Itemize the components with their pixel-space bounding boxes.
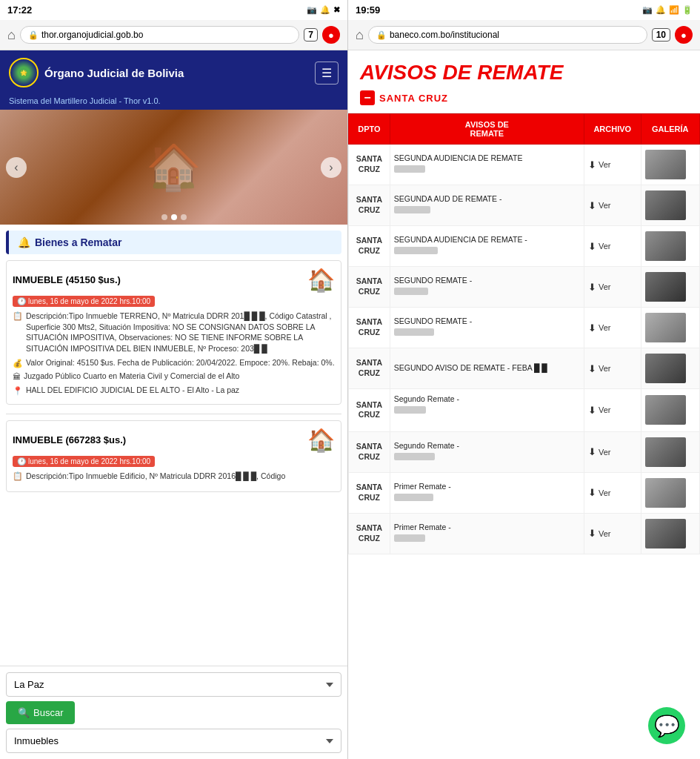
- galeria-cell[interactable]: [641, 185, 699, 226]
- archivo-cell[interactable]: ⬇ Ver: [584, 513, 641, 554]
- location-select[interactable]: La Paz Santa Cruz Cochabamba: [6, 672, 341, 697]
- ver-button[interactable]: ⬇ Ver: [588, 159, 637, 170]
- content-scroll[interactable]: INMUEBLE (45150 $us.) 🏠 🕐 lunes, 16 de m…: [0, 260, 347, 666]
- right-time: 19:59: [356, 4, 380, 16]
- download-icon: ⬇: [588, 446, 596, 457]
- table-container[interactable]: DPTO AVISOS DEREMATE ARCHIVO GALERÍA SAN…: [348, 113, 700, 759]
- carousel-prev-button[interactable]: ‹: [6, 157, 27, 178]
- thumbnail-image[interactable]: [645, 437, 686, 467]
- property-card-1: INMUEBLE (45150 $us.) 🏠 🕐 lunes, 16 de m…: [6, 260, 341, 405]
- site-logo: 🌟 Órgano Judicial de Bolivia: [9, 58, 184, 87]
- ver-button[interactable]: ⬇ Ver: [588, 405, 637, 416]
- property-1-desc-text: Descripción:Tipo Inmueble TERRENO, Nº Ma…: [26, 311, 335, 354]
- galeria-cell[interactable]: [641, 513, 699, 554]
- table-body: SANTACRUZ SEGUNDA AUDIENCIA DE REMATE █ …: [349, 145, 700, 554]
- galeria-cell[interactable]: [641, 226, 699, 267]
- left-panel: 17:22 📷 🔔 ✖ ⌂ 🔒 thor.organojudicial.gob.…: [0, 0, 348, 759]
- galeria-cell[interactable]: [641, 348, 699, 389]
- aviso-cell: SEGUNDA AUDIENCIA DE REMATE - █ █: [390, 226, 584, 267]
- ver-button[interactable]: ⬇ Ver: [588, 363, 637, 374]
- galeria-cell[interactable]: [641, 431, 699, 472]
- download-icon: ⬇: [588, 200, 596, 211]
- thumbnail-image[interactable]: [645, 150, 686, 179]
- carousel-dot-2[interactable]: [171, 214, 177, 220]
- right-status-bar: 19:59 📷 🔔 📶 🔋: [348, 0, 700, 20]
- ver-label: Ver: [599, 242, 611, 251]
- ver-button[interactable]: ⬇ Ver: [588, 322, 637, 334]
- ver-button[interactable]: ⬇ Ver: [588, 446, 637, 457]
- archivo-cell[interactable]: ⬇ Ver: [584, 431, 641, 472]
- court-icon-1: 🏛: [13, 371, 21, 383]
- carousel-dot-1[interactable]: [161, 214, 167, 220]
- left-browser-bar: ⌂ 🔒 thor.organojudicial.gob.bo 7 ●: [0, 20, 347, 50]
- right-lock-icon: 🔒: [376, 30, 387, 40]
- home-icon[interactable]: ⌂: [7, 27, 16, 43]
- right-url-bar[interactable]: 🔒 baneco.com.bo/institucional: [368, 26, 647, 44]
- archivo-cell[interactable]: ⬇ Ver: [584, 472, 641, 513]
- remate-table: DPTO AVISOS DEREMATE ARCHIVO GALERÍA SAN…: [348, 113, 700, 554]
- menu-button[interactable]: ☰: [315, 62, 339, 84]
- search-icon: 🔍: [18, 707, 30, 718]
- archivo-cell[interactable]: ⬇ Ver: [584, 308, 641, 348]
- archivo-cell[interactable]: ⬇ Ver: [584, 348, 641, 389]
- dpto-cell: SANTACRUZ: [349, 431, 390, 472]
- location-icon-1: 📍: [13, 385, 23, 397]
- galeria-cell[interactable]: [641, 472, 699, 513]
- table-row: SANTACRUZ SEGUNDO AVISO DE REMATE - FEBA…: [349, 348, 700, 389]
- left-url-bar[interactable]: 🔒 thor.organojudicial.gob.bo: [20, 26, 299, 44]
- site-header: 🌟 Órgano Judicial de Bolivia ☰: [0, 50, 347, 95]
- left-red-button[interactable]: ●: [322, 26, 340, 44]
- property-2-desc-text: Descripción:Tipo Inmueble Edificio, Nº M…: [26, 471, 285, 482]
- dpto-cell: SANTACRUZ: [349, 226, 390, 267]
- ver-button[interactable]: ⬇ Ver: [588, 282, 637, 293]
- ver-button[interactable]: ⬇ Ver: [588, 528, 637, 539]
- galeria-cell[interactable]: [641, 308, 699, 348]
- archivo-cell[interactable]: ⬇ Ver: [584, 145, 641, 185]
- galeria-cell[interactable]: [641, 267, 699, 308]
- ver-button[interactable]: ⬇ Ver: [588, 241, 637, 252]
- thumbnail-image[interactable]: [645, 519, 686, 548]
- thumbnail-image[interactable]: [645, 395, 686, 425]
- ver-label: Ver: [599, 160, 611, 169]
- property-1-court: Juzgado Público Cuarto en Materia Civil …: [24, 371, 239, 382]
- property-1-icon: 🏠: [307, 267, 335, 293]
- filter-bar: La Paz Santa Cruz Cochabamba 🔍 Buscar In…: [0, 666, 347, 759]
- table-row: SANTACRUZ SEGUNDO REMATE - █ █ ⬇ Ver: [349, 308, 700, 348]
- archivo-cell[interactable]: ⬇ Ver: [584, 389, 641, 432]
- archivo-cell[interactable]: ⬇ Ver: [584, 226, 641, 267]
- table-row: SANTACRUZ SEGUNDA AUDIENCIA DE REMATE █ …: [349, 145, 700, 185]
- right-home-icon[interactable]: ⌂: [356, 27, 364, 43]
- search-button[interactable]: 🔍 Buscar: [6, 701, 75, 724]
- bell-status-icon: 🔔: [320, 5, 330, 15]
- property-2-date: lunes, 16 de mayo de 2022 hrs.10:00: [28, 457, 150, 465]
- category-select[interactable]: Inmuebles Vehículos Otros: [6, 729, 341, 753]
- property-1-date: lunes, 16 de mayo de 2022 hrs.10:00: [28, 297, 150, 305]
- property-2-header: INMUEBLE (667283 $us.) 🏠: [13, 427, 335, 453]
- download-icon: ⬇: [588, 487, 596, 498]
- archivo-cell[interactable]: ⬇ Ver: [584, 267, 641, 308]
- left-tab-count[interactable]: 7: [304, 28, 318, 42]
- carousel-next-button[interactable]: ›: [321, 157, 341, 178]
- thumbnail-image[interactable]: [645, 231, 686, 261]
- right-red-button[interactable]: ●: [675, 26, 693, 44]
- dpto-cell: SANTACRUZ: [349, 472, 390, 513]
- camera-icon: 📷: [307, 5, 317, 15]
- bell-icon: 🔔: [18, 236, 30, 248]
- galeria-cell[interactable]: [641, 389, 699, 432]
- archivo-cell[interactable]: ⬇ Ver: [584, 185, 641, 226]
- whatsapp-button[interactable]: 💬: [648, 707, 685, 744]
- ver-label: Ver: [599, 201, 611, 210]
- thumbnail-image[interactable]: [645, 478, 686, 508]
- galeria-cell[interactable]: [641, 145, 699, 185]
- ver-button[interactable]: ⬇ Ver: [588, 487, 637, 498]
- right-tab-count[interactable]: 10: [652, 28, 670, 42]
- ver-button[interactable]: ⬇ Ver: [588, 200, 637, 211]
- thumbnail-image[interactable]: [645, 354, 686, 383]
- property-1-title: INMUEBLE (45150 $us.): [13, 274, 121, 285]
- thumbnail-image[interactable]: [645, 313, 686, 342]
- thumbnail-image[interactable]: [645, 190, 686, 220]
- house-decoration: 🏠: [146, 141, 201, 193]
- thumbnail-image[interactable]: [645, 272, 686, 302]
- collapse-button[interactable]: −: [360, 90, 375, 105]
- carousel-dot-3[interactable]: [181, 214, 187, 220]
